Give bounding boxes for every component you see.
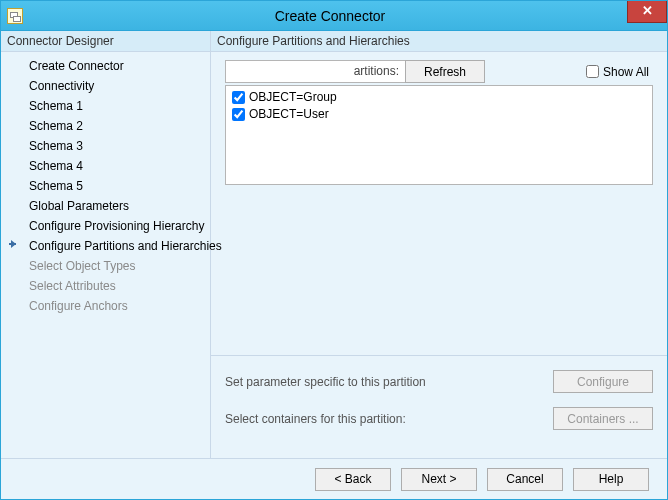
wizard-footer: < Back Next > Cancel Help: [1, 459, 667, 499]
show-all-label: Show All: [603, 65, 649, 79]
app-icon: [7, 8, 23, 24]
main-header: Configure Partitions and Hierarchies: [211, 31, 667, 52]
nav-item-1[interactable]: Connectivity: [1, 76, 210, 96]
nav-item-9[interactable]: Configure Partitions and Hierarchies: [1, 236, 210, 256]
partition-item[interactable]: OBJECT=Group: [232, 89, 646, 106]
nav-item-0[interactable]: Create Connector: [1, 56, 210, 76]
nav-item-5[interactable]: Schema 4: [1, 156, 210, 176]
window-title: Create Connector: [23, 8, 667, 24]
next-button[interactable]: Next >: [401, 468, 477, 491]
nav-item-6[interactable]: Schema 5: [1, 176, 210, 196]
param-text: Set parameter specific to this partition: [225, 375, 426, 389]
nav-item-8[interactable]: Configure Provisioning Hierarchy: [1, 216, 210, 236]
partition-label: OBJECT=Group: [249, 89, 337, 106]
partition-checkbox[interactable]: [232, 91, 245, 104]
close-button[interactable]: ✕: [627, 1, 667, 23]
nav-item-7[interactable]: Global Parameters: [1, 196, 210, 216]
show-all-checkbox[interactable]: Show All: [586, 65, 653, 79]
partition-checkbox[interactable]: [232, 108, 245, 121]
nav-item-2[interactable]: Schema 1: [1, 96, 210, 116]
nav-item-3[interactable]: Schema 2: [1, 116, 210, 136]
partitions-toolbar: artitions: Refresh Show All: [225, 60, 653, 83]
nav-item-4[interactable]: Schema 3: [1, 136, 210, 156]
main-panel: Configure Partitions and Hierarchies art…: [211, 31, 667, 458]
configure-button[interactable]: Configure: [553, 370, 653, 393]
partition-list[interactable]: OBJECT=GroupOBJECT=User: [225, 85, 653, 185]
titlebar: Create Connector ✕: [1, 1, 667, 31]
nav-item-12: Configure Anchors: [1, 296, 210, 316]
back-button[interactable]: < Back: [315, 468, 391, 491]
partition-item[interactable]: OBJECT=User: [232, 106, 646, 123]
partitions-label: artitions:: [225, 60, 405, 83]
show-all-input[interactable]: [586, 65, 599, 78]
sidebar-header: Connector Designer: [1, 31, 210, 52]
cancel-button[interactable]: Cancel: [487, 468, 563, 491]
partition-label: OBJECT=User: [249, 106, 329, 123]
sidebar: Connector Designer Create ConnectorConne…: [1, 31, 211, 458]
refresh-button[interactable]: Refresh: [405, 60, 485, 83]
containers-button[interactable]: Containers ...: [553, 407, 653, 430]
nav-item-10: Select Object Types: [1, 256, 210, 276]
containers-text: Select containers for this partition:: [225, 412, 406, 426]
nav-item-11: Select Attributes: [1, 276, 210, 296]
help-button[interactable]: Help: [573, 468, 649, 491]
